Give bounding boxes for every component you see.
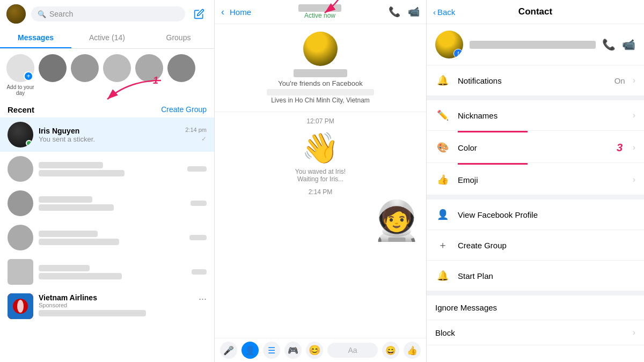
story-3[interactable] <box>103 54 131 96</box>
add-story-label: Add to your day <box>6 84 34 96</box>
notifications-item[interactable]: 🔔 Notifications On › <box>427 65 644 96</box>
chat-header: ‹ Home Active now <box>215 0 426 24</box>
chat-status: Active now 2 <box>304 12 335 19</box>
start-plan-item[interactable]: 🔔 Start Plan <box>427 261 644 291</box>
more-button[interactable]: ··· <box>199 293 207 305</box>
emoji-face-icon[interactable]: 😊 <box>306 342 323 359</box>
conversation-iris[interactable]: Iris Nguyen You sent a sticker. 2:14 pm … <box>0 117 214 152</box>
stories-row: + Add to your day <box>0 49 214 101</box>
calendar-icon: 🔔 <box>435 268 450 283</box>
back-button[interactable]: ‹ <box>221 6 224 18</box>
block-item[interactable]: Block › <box>427 320 644 345</box>
text-input[interactable]: Aa <box>327 343 378 358</box>
sticker-message: 🧑‍🚀 <box>220 201 421 240</box>
nicknames-item[interactable]: ✏️ Nicknames › <box>427 100 644 131</box>
story-label-2 <box>84 84 86 90</box>
nicknames-chevron: › <box>633 110 635 120</box>
conversation-blurred-4[interactable] <box>0 255 214 289</box>
blurred-avatar-3 <box>8 225 33 250</box>
wave-caption: You waved at Iris!Waiting for Iris... <box>295 168 346 183</box>
contact-profile-name <box>470 41 596 49</box>
facebook-badge: f <box>453 49 463 58</box>
search-icon: 🔍 <box>38 10 46 18</box>
start-plan-label: Start Plan <box>458 271 493 280</box>
color-item[interactable]: 🎨 Color › 3 <box>427 132 644 163</box>
contact-avatar <box>303 32 338 66</box>
conversation-blurred-2[interactable] <box>0 186 214 220</box>
sponsored-info: Vietnam Airlines Sponsored <box>39 293 193 318</box>
story-avatar-1 <box>39 54 67 82</box>
compose-icon[interactable] <box>191 5 208 23</box>
left-panel: 🔍 Search Messages Active (14) Groups + A… <box>0 0 215 362</box>
ignore-messages-item[interactable]: Ignore Messages <box>427 295 644 320</box>
bell-icon: 🔔 <box>435 73 450 88</box>
story-label-5 <box>181 84 182 90</box>
view-fb-label: View Facebook Profile <box>458 210 538 219</box>
conversation-blurred-3[interactable] <box>0 220 214 255</box>
story-5[interactable] <box>167 54 195 96</box>
friends-badge: You're friends on Facebook <box>278 79 362 87</box>
emoji-label: Emoji <box>458 175 625 184</box>
blurred-ts-3 <box>189 235 207 240</box>
pencil-icon: ✏️ <box>435 108 450 123</box>
call-action-icon[interactable]: 📞 <box>602 38 616 51</box>
blurred-name-4 <box>39 265 90 271</box>
blurred-time-3 <box>189 233 207 242</box>
iris-name: Iris Nguyen <box>39 127 180 135</box>
wave-message: 👋 You waved at Iris!Waiting for Iris... <box>220 130 421 183</box>
contact-profile-avatar: f <box>435 31 463 58</box>
emoji-item[interactable]: 👍 Emoji › <box>427 165 644 195</box>
tab-active[interactable]: Active (14) <box>71 28 143 48</box>
story-1[interactable] <box>39 54 67 96</box>
blurred-ts-2 <box>191 201 207 206</box>
call-icon[interactable]: 📞 <box>389 6 400 18</box>
game-icon[interactable]: 🎮 <box>284 342 302 359</box>
chat-location: Lives in Ho Chi Minh City, Vietnam <box>271 97 370 104</box>
blurred-preview-2 <box>39 204 114 211</box>
online-indicator <box>26 140 32 146</box>
tab-groups[interactable]: Groups <box>143 28 214 48</box>
conversation-blurred-1[interactable] <box>0 152 214 186</box>
blurred-preview-3 <box>39 239 119 245</box>
profile-icon[interactable]: 👤 <box>241 342 259 359</box>
back-button-right[interactable]: ‹ Back <box>433 8 455 17</box>
recent-header: Recent Create Group 1 <box>0 101 214 117</box>
story-avatar-4 <box>135 54 163 82</box>
chat-user-info: Active now 2 <box>257 4 383 19</box>
add-story-plus: + <box>24 71 33 81</box>
middle-panel: ‹ Home Active now <box>215 0 427 362</box>
tab-messages[interactable]: Messages <box>0 28 71 48</box>
blurred-avatar-1 <box>8 156 33 182</box>
create-group-button[interactable]: Create Group <box>161 105 207 114</box>
create-group-label: Create Group <box>458 241 507 250</box>
wave-sticker: 👋 <box>302 130 339 166</box>
blurred-info-2 <box>39 195 185 212</box>
thumbs-up-icon[interactable]: 👍 <box>404 342 421 359</box>
sticker-icon[interactable]: 😄 <box>382 342 399 359</box>
iris-info: Iris Nguyen You sent a sticker. <box>39 127 180 143</box>
chat-contact-info: You're friends on Facebook Lives in Ho C… <box>215 24 426 112</box>
video-icon[interactable]: 📹 <box>408 6 420 18</box>
story-2[interactable] <box>71 54 99 96</box>
view-fb-item[interactable]: 👤 View Facebook Profile <box>427 200 644 230</box>
audio-icon[interactable]: 🎤 <box>220 342 237 359</box>
search-bar[interactable]: 🔍 Search <box>31 6 185 21</box>
sponsored-name: Vietnam Airlines <box>39 293 193 302</box>
list-icon[interactable]: ☰ <box>263 342 280 359</box>
sponsored-item[interactable]: Vietnam Airlines Sponsored ··· <box>0 289 214 323</box>
astronaut-sticker: 🧑‍🚀 <box>372 201 421 240</box>
blurred-time-4 <box>192 268 207 276</box>
airline-logo <box>8 293 33 319</box>
user-avatar[interactable] <box>6 4 26 24</box>
back-chevron-icon: ‹ <box>433 8 436 17</box>
story-4[interactable] <box>135 54 163 96</box>
nicknames-label: Nicknames <box>458 111 625 120</box>
ignore-label: Ignore Messages <box>435 303 497 312</box>
home-button[interactable]: Home <box>230 8 251 17</box>
video-action-icon[interactable]: 📹 <box>622 38 635 51</box>
add-story-item[interactable]: + Add to your day <box>6 54 34 96</box>
right-panel: ‹ Back Contact f 📞 📹 🔔 Notifications On … <box>427 0 644 362</box>
create-group-item[interactable]: ＋ Create Group <box>427 230 644 261</box>
emoji-icon: 👍 <box>435 172 450 187</box>
iris-avatar <box>8 122 33 147</box>
